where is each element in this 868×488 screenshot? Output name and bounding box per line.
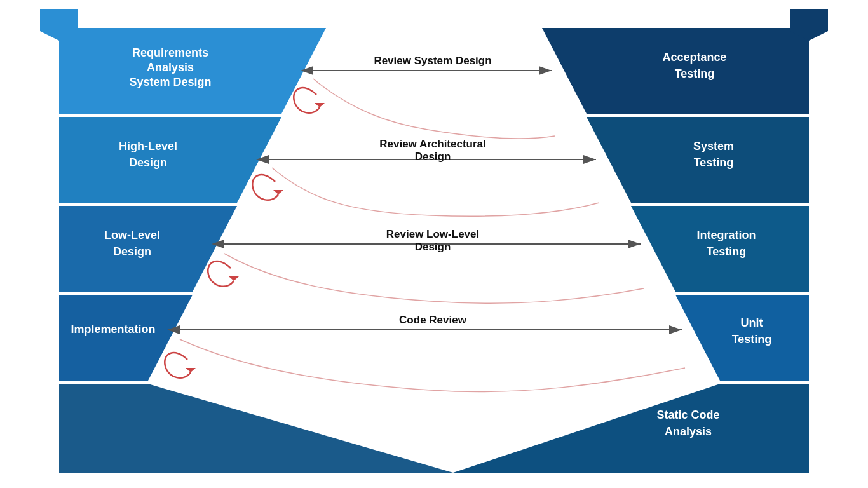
right-phase-1-label2: Testing [694, 156, 734, 169]
loop-1-arrow [273, 190, 283, 194]
loop-0 [294, 88, 320, 113]
center-label-3: Code Review [399, 314, 467, 326]
center-label-1: Review Architectural [379, 138, 486, 150]
right-phase-4 [453, 384, 809, 473]
center-label-1b: Design [415, 151, 451, 163]
loop-2 [208, 261, 234, 287]
loop-1 [252, 175, 278, 200]
center-label-2b: Design [415, 241, 451, 253]
right-phase-0-label: Acceptance [662, 51, 726, 64]
right-phase-2-label: Integration [697, 229, 756, 241]
right-phase-3-label2: Testing [732, 333, 772, 346]
left-phase-1-label: High-Level [119, 140, 177, 152]
right-phase-2-label2: Testing [707, 245, 747, 258]
right-phase-1-label: System [693, 140, 734, 152]
loop-3-arrow [186, 368, 196, 372]
loop-2-arrow [229, 276, 239, 281]
left-phase-2-label2: Design [113, 245, 151, 258]
left-phase-3 [59, 295, 193, 381]
curve-3 [180, 339, 685, 392]
curve-0 [313, 79, 555, 139]
left-bottom [59, 384, 453, 473]
right-phase-0-label2: Testing [675, 67, 715, 80]
right-phase-4-label2: Analysis [665, 425, 712, 438]
loop-3 [165, 353, 191, 378]
left-phase-0-label3: System Design [129, 76, 211, 88]
curve-1 [272, 168, 599, 216]
right-phase-4-label: Static Code [656, 409, 719, 421]
curve-2 [224, 254, 644, 303]
left-phase-1-label2: Design [129, 156, 167, 169]
loop-0-arrow [315, 103, 325, 107]
left-phase-1 [59, 117, 281, 203]
left-phase-0-label2: Analysis [147, 61, 194, 74]
left-phase-0-label: Requirements [132, 46, 208, 59]
left-phase-3-label: Implementation [71, 323, 155, 336]
left-phase-2-label: Low-Level [104, 229, 160, 241]
right-phase-3-label: Unit [741, 316, 763, 329]
center-label-2: Review Low-Level [386, 228, 479, 240]
v-model-diagram: Requirements Analysis System Design High… [21, 9, 847, 479]
center-label-0: Review System Design [374, 55, 491, 67]
